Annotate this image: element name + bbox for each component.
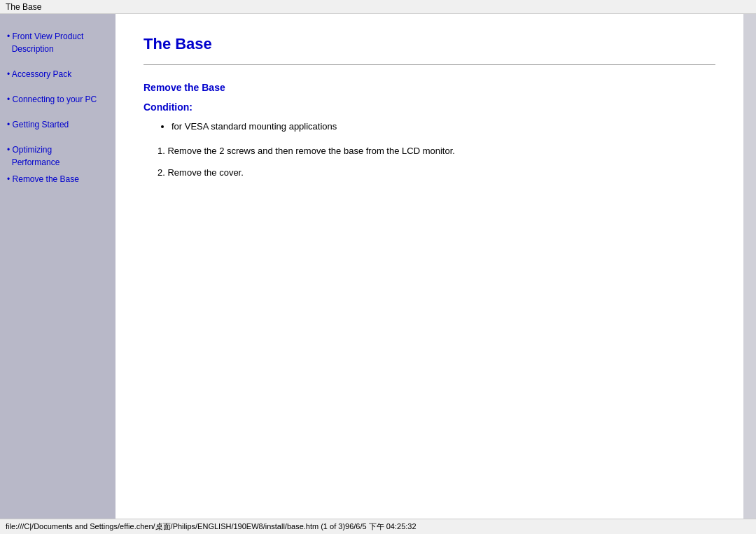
- step-2: 2. Remove the cover.: [158, 167, 715, 178]
- sidebar-item-getting-started[interactable]: • Getting Started: [7, 116, 108, 133]
- status-bar: file:///C|/Documents and Settings/effie.…: [0, 519, 756, 534]
- title-bar-text: The Base: [6, 2, 41, 12]
- bullet-item: for VESA standard mounting applications: [172, 121, 715, 132]
- section-heading-remove-base: Remove the Base: [144, 82, 715, 93]
- sidebar-item-connecting[interactable]: • Connecting to your PC: [7, 91, 108, 108]
- right-panel: [743, 14, 756, 519]
- sidebar-item-accessory-pack[interactable]: • Accessory Pack: [7, 66, 108, 83]
- browser-content: • Front View Product Description • Acces…: [0, 14, 756, 519]
- section-divider: [144, 64, 715, 65]
- page-title: The Base: [144, 35, 715, 53]
- sidebar-nav: • Front View Product Description • Acces…: [7, 28, 108, 188]
- sidebar: • Front View Product Description • Acces…: [0, 14, 115, 519]
- sidebar-item-remove-base[interactable]: • Remove the Base: [7, 171, 108, 188]
- condition-label: Condition:: [144, 101, 715, 113]
- step-1: 1. Remove the 2 screws and then remove t…: [158, 146, 715, 156]
- bullet-list: for VESA standard mounting applications: [172, 121, 715, 132]
- status-bar-text: file:///C|/Documents and Settings/effie.…: [6, 521, 416, 532]
- sidebar-item-front-view[interactable]: • Front View Product Description: [7, 28, 108, 57]
- sidebar-item-optimizing[interactable]: • Optimizing Performance: [7, 141, 108, 171]
- title-bar: The Base: [0, 0, 756, 14]
- main-content: The Base Remove the Base Condition: for …: [115, 14, 743, 519]
